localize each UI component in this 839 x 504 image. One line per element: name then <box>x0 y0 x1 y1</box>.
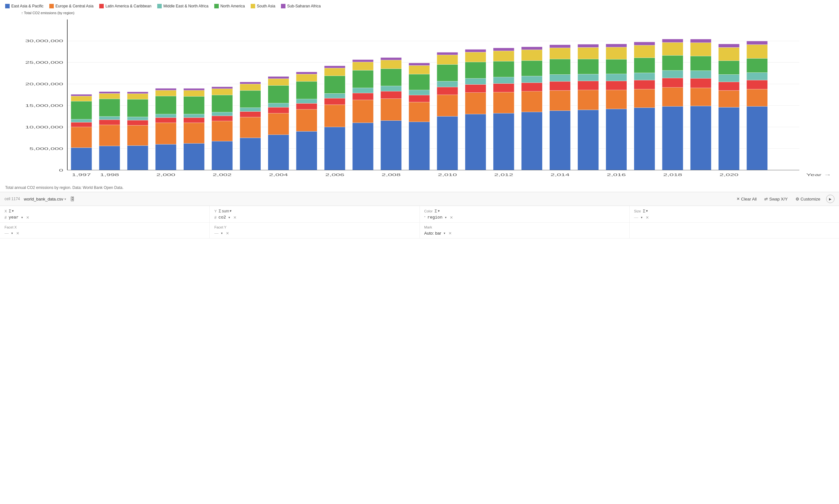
svg-rect-72 <box>296 103 318 109</box>
svg-rect-58 <box>240 112 261 117</box>
color-chevron-button[interactable]: ▾ <box>444 216 447 219</box>
svg-rect-174 <box>690 39 712 43</box>
svg-text:2,002: 2,002 <box>213 173 232 177</box>
mark-chevron-button[interactable]: ▾ <box>443 231 446 235</box>
run-button[interactable]: ▶ <box>826 195 835 203</box>
y-field-cell: Y Σ sum ▾ # co2 ▾ ✕ <box>210 206 420 222</box>
svg-text:15,000,000: 15,000,000 <box>25 103 63 108</box>
svg-rect-102 <box>409 74 430 90</box>
swap-xy-button[interactable]: ⇄ Swap X/Y <box>762 196 789 202</box>
svg-rect-76 <box>296 72 318 74</box>
svg-text:2,010: 2,010 <box>438 173 457 177</box>
size-agg[interactable]: Σ ▾ <box>643 209 648 213</box>
svg-rect-105 <box>437 116 458 170</box>
svg-rect-135 <box>549 82 571 90</box>
svg-rect-171 <box>690 71 712 78</box>
svg-rect-54 <box>212 89 233 95</box>
svg-rect-71 <box>296 109 318 131</box>
clear-all-label: Clear All <box>741 197 756 201</box>
file-name-text: world_bank_data.csv <box>24 197 63 201</box>
svg-rect-126 <box>521 112 543 170</box>
svg-rect-124 <box>493 51 515 61</box>
size-chevron-button[interactable]: ▾ <box>640 216 643 219</box>
svg-rect-179 <box>719 61 740 75</box>
color-agg[interactable]: Σ ▾ <box>435 209 440 213</box>
svg-rect-92 <box>380 98 402 120</box>
svg-rect-18 <box>71 101 92 119</box>
svg-rect-31 <box>127 117 149 120</box>
svg-rect-160 <box>634 42 655 45</box>
x-agg-chevron[interactable]: ▾ <box>12 209 14 213</box>
mark-field-value: Auto: bar ▾ ✕ <box>424 231 625 236</box>
svg-text:1,998: 1,998 <box>100 173 119 177</box>
x-agg[interactable]: Σ ▾ <box>9 209 14 213</box>
svg-rect-153 <box>606 44 627 47</box>
svg-rect-40 <box>155 90 176 96</box>
svg-rect-147 <box>606 109 627 170</box>
legend-label-north-america: North America <box>220 4 245 8</box>
facet-y-remove-button[interactable]: ✕ <box>225 231 230 236</box>
y-remove-button[interactable]: ✕ <box>233 215 237 220</box>
facet-x-field-name: — <box>4 231 9 236</box>
legend-label-south-asia: South Asia <box>257 4 275 8</box>
clear-all-button[interactable]: ✕ Clear All <box>735 196 758 202</box>
chart-legend: East Asia & Pacific Europe & Central Asi… <box>5 4 834 8</box>
svg-rect-65 <box>268 107 289 113</box>
svg-text:Year →: Year → <box>806 173 831 177</box>
svg-text:1,997: 1,997 <box>72 173 91 177</box>
svg-rect-145 <box>578 47 599 59</box>
color-agg-chevron[interactable]: ▾ <box>438 209 440 213</box>
svg-rect-159 <box>634 46 655 58</box>
svg-rect-80 <box>324 93 345 98</box>
svg-text:0: 0 <box>59 168 63 172</box>
svg-rect-101 <box>409 90 430 95</box>
legend-color-sub-saharan <box>281 4 286 8</box>
y-type-icon: # <box>214 215 217 220</box>
svg-rect-134 <box>549 90 571 111</box>
svg-rect-103 <box>409 65 430 74</box>
svg-rect-108 <box>437 81 458 87</box>
legend-label-middle-east: Middle East & North Africa <box>164 4 208 8</box>
facet-x-chevron-button[interactable]: ▾ <box>11 231 14 235</box>
mark-field-name: Auto: bar <box>424 231 441 236</box>
svg-rect-91 <box>380 121 402 170</box>
size-agg-chevron[interactable]: ▾ <box>646 209 648 213</box>
y-agg-chevron[interactable]: ▾ <box>230 209 232 213</box>
color-field-name: region <box>427 215 442 220</box>
svg-rect-86 <box>353 93 374 100</box>
svg-rect-57 <box>240 117 261 138</box>
facet-y-field-cell: Facet Y — ▾ ✕ <box>210 223 420 238</box>
svg-rect-109 <box>437 65 458 81</box>
svg-rect-70 <box>296 131 318 170</box>
svg-rect-106 <box>437 95 458 116</box>
facet-x-remove-button[interactable]: ✕ <box>15 231 20 236</box>
svg-rect-144 <box>578 59 599 74</box>
svg-rect-55 <box>212 87 233 89</box>
svg-rect-157 <box>634 73 655 80</box>
x-chevron-button[interactable]: ▾ <box>21 216 23 219</box>
legend-color-latin-america <box>99 4 104 8</box>
facet-x-field-value: — ▾ ✕ <box>4 231 205 236</box>
customize-button[interactable]: ⚙ Customize <box>793 196 822 202</box>
size-remove-button[interactable]: ✕ <box>645 215 650 220</box>
mark-remove-button[interactable]: ✕ <box>448 231 452 236</box>
color-remove-button[interactable]: ✕ <box>449 215 453 220</box>
x-remove-button[interactable]: ✕ <box>25 215 30 220</box>
svg-text:2,016: 2,016 <box>607 173 626 177</box>
facet-y-chevron-button[interactable]: ▾ <box>220 231 223 235</box>
file-name[interactable]: world_bank_data.csv ▾ <box>24 197 66 201</box>
svg-rect-73 <box>296 99 318 103</box>
svg-rect-116 <box>465 62 486 78</box>
legend-label-east-asia: East Asia & Pacific <box>11 4 44 8</box>
svg-rect-120 <box>493 92 515 113</box>
svg-rect-21 <box>99 146 120 170</box>
chevron-down-icon[interactable]: ▾ <box>65 197 66 201</box>
x-field-value: # year ▾ ✕ <box>4 215 205 220</box>
svg-rect-163 <box>662 78 683 87</box>
svg-rect-69 <box>268 77 289 79</box>
legend-item-latin-america: Latin America & Caribbean <box>99 4 151 8</box>
y-agg[interactable]: Σ sum ▾ <box>219 209 232 213</box>
svg-rect-29 <box>127 125 149 145</box>
y-chevron-button[interactable]: ▾ <box>228 216 231 219</box>
svg-rect-24 <box>99 116 120 120</box>
